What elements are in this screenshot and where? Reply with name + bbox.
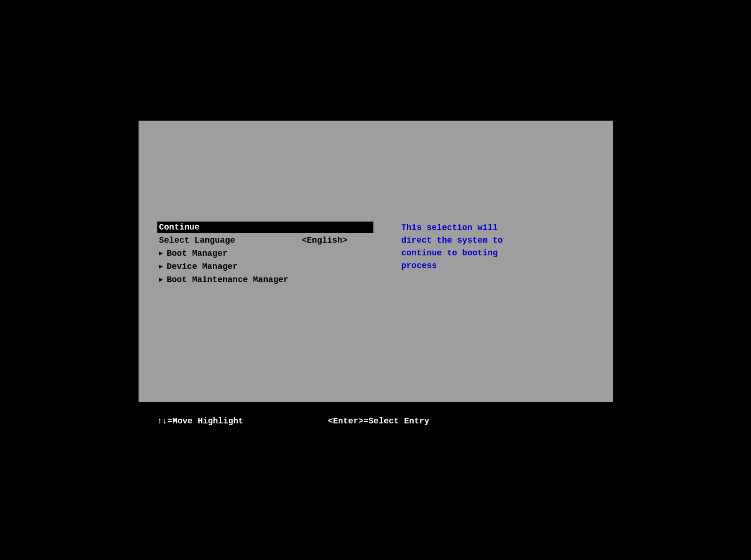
main-panel: Continue Select Language <English> ► Boo… xyxy=(139,121,613,402)
menu-item-continue-label: Continue xyxy=(159,222,300,232)
status-move-highlight: ↑↓=Move Highlight xyxy=(157,416,244,426)
menu-item-language-label: Select Language xyxy=(159,236,300,245)
menu-items: Continue Select Language <English> ► Boo… xyxy=(157,222,373,285)
description-text: This selection will direct the system to… xyxy=(402,223,503,270)
arrow-icon-boot-manager: ► xyxy=(159,250,163,257)
status-select-entry: <Enter>=Select Entry xyxy=(328,416,429,426)
menu-area: Continue Select Language <English> ► Boo… xyxy=(139,121,613,285)
status-bar: ↑↓=Move Highlight <Enter>=Select Entry xyxy=(139,402,613,440)
arrow-icon-boot-maintenance: ► xyxy=(159,276,163,284)
menu-item-row-language: Select Language <English> xyxy=(157,235,373,246)
description-panel: This selection will direct the system to… xyxy=(402,222,524,285)
screen-wrapper: Continue Select Language <English> ► Boo… xyxy=(0,121,751,440)
menu-item-boot-maintenance-label: Boot Maintenance Manager xyxy=(167,275,308,284)
menu-item-boot-maintenance[interactable]: ► Boot Maintenance Manager xyxy=(157,274,373,285)
menu-item-continue[interactable]: Continue xyxy=(157,222,373,233)
menu-item-language-value: <English> xyxy=(302,236,348,245)
menu-item-device-manager-label: Device Manager xyxy=(167,262,308,271)
menu-item-language[interactable]: Select Language xyxy=(157,235,302,246)
menu-item-boot-manager-label: Boot Manager xyxy=(167,249,308,258)
menu-item-device-manager[interactable]: ► Device Manager xyxy=(157,261,373,272)
arrow-icon-device-manager: ► xyxy=(159,263,163,270)
menu-item-boot-manager[interactable]: ► Boot Manager xyxy=(157,248,373,259)
